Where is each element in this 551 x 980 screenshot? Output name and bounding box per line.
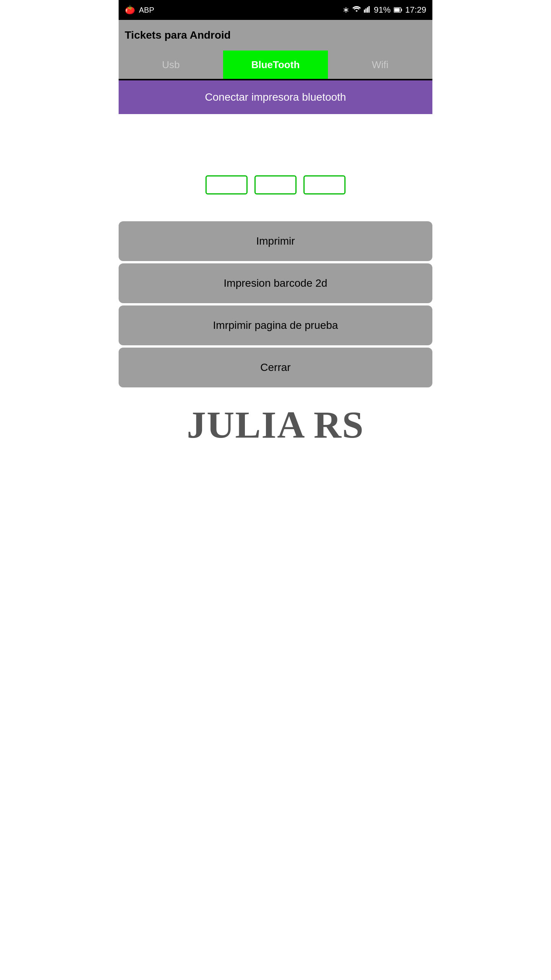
prueba-button[interactable]: Imrpimir pagina de prueba [119, 305, 432, 345]
tab-bluetooth[interactable]: BlueTooth [223, 51, 328, 79]
svg-rect-0 [364, 10, 365, 13]
bluetooth-status-icon: ∗ [342, 5, 349, 15]
green-outline-box-2 [254, 175, 297, 194]
cerrar-button[interactable]: Cerrar [119, 348, 432, 387]
app-title: Tickets para Android [125, 29, 231, 41]
brand-text: JULIA RS [126, 403, 425, 447]
svg-rect-5 [394, 8, 399, 12]
svg-rect-6 [401, 9, 402, 11]
barcode-button[interactable]: Impresion barcode 2d [119, 263, 432, 303]
tab-bar: Usb BlueTooth Wifi [119, 51, 432, 80]
hidden-elements-area [119, 114, 432, 198]
abp-icon: ABP [139, 6, 154, 15]
connect-bluetooth-button[interactable]: Conectar impresora bluetooth [119, 80, 432, 114]
bottom-space [119, 462, 432, 577]
imprimir-button[interactable]: Imprimir [119, 221, 432, 261]
green-outline-box-3 [303, 175, 346, 194]
green-outline-box-1 [205, 175, 248, 194]
status-right-icons: ∗ 91% 17:29 [342, 5, 426, 15]
status-left-icons: 🍅 ABP [125, 5, 154, 15]
fruit-icon: 🍅 [125, 5, 135, 15]
tab-usb[interactable]: Usb [119, 51, 223, 79]
battery-percentage: 91% [374, 5, 391, 15]
status-bar: 🍅 ABP ∗ 91% 17: [119, 0, 432, 20]
tab-bluetooth-label: BlueTooth [251, 59, 300, 71]
brand-area: JULIA RS [119, 387, 432, 462]
tab-usb-label: Usb [162, 59, 180, 71]
svg-rect-3 [368, 6, 370, 13]
wifi-status-icon [352, 5, 361, 15]
action-buttons-container: Imprimir Impresion barcode 2d Imrpimir p… [119, 221, 432, 387]
content-area [119, 114, 432, 221]
time-display: 17:29 [405, 5, 426, 15]
tab-wifi[interactable]: Wifi [328, 51, 432, 79]
svg-rect-1 [365, 8, 367, 13]
tab-wifi-label: Wifi [372, 59, 388, 71]
svg-rect-2 [367, 7, 368, 13]
battery-icon [394, 5, 402, 15]
app-bar: Tickets para Android [119, 20, 432, 51]
signal-icon [364, 5, 371, 15]
